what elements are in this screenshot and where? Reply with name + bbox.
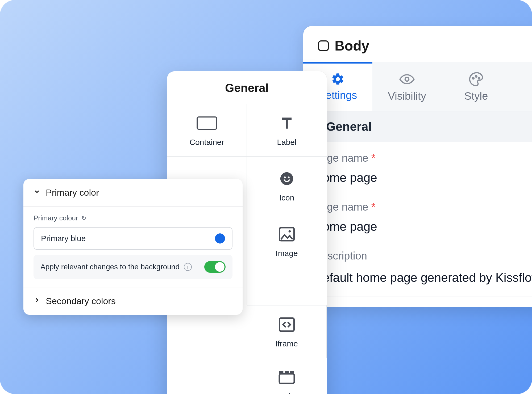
field-value[interactable]: Home page — [314, 170, 532, 191]
components-panel-title: General — [167, 71, 327, 104]
smile-icon — [279, 169, 294, 188]
component-iframe[interactable]: Iframe — [247, 305, 327, 358]
tab-label: Style — [464, 90, 488, 102]
svg-rect-4 — [197, 117, 217, 129]
field-label: Page name * — [314, 152, 532, 164]
svg-rect-13 — [285, 371, 289, 374]
component-tab[interactable]: Tab — [247, 358, 327, 394]
info-icon[interactable]: i — [184, 263, 192, 271]
palette-icon — [468, 72, 484, 87]
svg-point-6 — [284, 176, 286, 178]
svg-point-3 — [478, 77, 480, 79]
component-label: Icon — [279, 193, 294, 202]
component-label: Label — [277, 138, 296, 147]
field-value[interactable]: Default home page generated by Kissflow — [314, 268, 532, 294]
section-header-general[interactable]: ⌄ General — [303, 111, 532, 142]
svg-point-7 — [288, 176, 290, 178]
svg-point-1 — [472, 77, 474, 79]
text-icon — [279, 114, 295, 132]
section-title: Secondary colors — [46, 296, 116, 306]
panel-title: Body — [335, 38, 369, 54]
tab-label: Visibility — [388, 90, 426, 102]
tab-style[interactable]: Style — [442, 62, 511, 111]
apply-background-row: Apply relevant changes to the background… — [34, 255, 232, 279]
svg-point-0 — [405, 77, 409, 81]
field-value[interactable]: Home page — [314, 219, 532, 240]
svg-point-9 — [289, 230, 291, 232]
component-label[interactable]: Label — [247, 104, 327, 156]
svg-rect-11 — [279, 374, 294, 383]
required-asterisk: * — [371, 152, 376, 164]
svg-point-5 — [280, 172, 293, 185]
gear-icon — [331, 72, 345, 86]
code-icon — [278, 315, 296, 334]
component-icon[interactable]: Icon — [247, 156, 327, 215]
required-asterisk: * — [371, 201, 376, 213]
toggle-label: Apply relevant changes to the background… — [40, 263, 192, 271]
component-label: Container — [189, 138, 224, 147]
field-description: Description Default home page generated … — [303, 243, 532, 296]
section-secondary-colors[interactable]: Secondary colors — [23, 287, 243, 315]
section-title: Primary color — [46, 187, 99, 198]
component-label: Iframe — [275, 339, 298, 348]
properties-panel: Body Settings Visibility Style — [303, 26, 532, 307]
tab-visibility[interactable]: Visibility — [372, 62, 442, 111]
component-container[interactable]: Container — [167, 104, 247, 156]
eye-icon — [399, 72, 415, 87]
svg-rect-10 — [279, 318, 294, 331]
primary-color-select[interactable]: Primary blue — [34, 227, 232, 250]
color-panel: Primary color Primary colour ↻ Primary b… — [23, 179, 243, 315]
panel-header: Body — [303, 26, 532, 62]
primary-color-label: Primary colour ↻ — [34, 214, 232, 222]
section-title: General — [326, 119, 372, 134]
section-primary-color[interactable]: Primary color — [23, 179, 243, 206]
panel-tabs: Settings Visibility Style — [303, 62, 532, 111]
svg-rect-14 — [290, 371, 294, 374]
field-label: Description — [314, 250, 532, 262]
svg-rect-12 — [279, 371, 283, 374]
select-value: Primary blue — [41, 234, 86, 243]
image-icon — [278, 225, 296, 244]
color-swatch — [215, 233, 225, 244]
primary-color-body: Primary colour ↻ Primary blue Apply rele… — [23, 206, 243, 287]
reset-icon[interactable]: ↻ — [81, 215, 86, 222]
chevron-right-icon — [34, 297, 40, 305]
component-image[interactable]: Image — [247, 215, 327, 267]
field-label: Page name * — [314, 201, 532, 213]
body-checkbox[interactable] — [318, 40, 329, 51]
field-page-name: Page name * Home page — [303, 145, 532, 194]
component-label: Image — [276, 249, 298, 258]
component-label: Tab — [280, 392, 293, 394]
field-page-name: Page name * Home page — [303, 194, 532, 243]
chevron-down-icon — [34, 188, 40, 197]
tab-icon — [278, 368, 296, 387]
apply-background-toggle[interactable] — [204, 261, 226, 273]
fields: Page name * Home page Page name * Home p… — [303, 142, 532, 307]
container-icon — [196, 114, 218, 132]
svg-point-2 — [475, 76, 477, 77]
